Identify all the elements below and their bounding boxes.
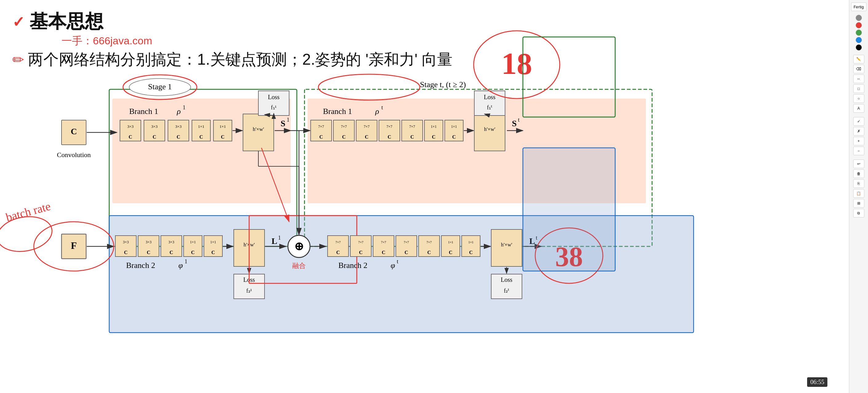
svg-text:Loss: Loss (484, 94, 496, 101)
svg-text:38: 38 (555, 242, 583, 272)
svg-text:C: C (359, 250, 363, 255)
svg-text:C: C (153, 134, 156, 140)
svg-text:S: S (512, 119, 517, 128)
minus-tool[interactable]: − (853, 147, 864, 155)
toolbar: Fertig ✏️ ⌫ ↔ □ ○ A ✓ ✗ + − ↩ 🗑 ⎘ 📋 ⊞ ⧉ (849, 0, 868, 393)
svg-text:3×3: 3×3 (127, 124, 133, 129)
svg-line-161 (261, 148, 289, 222)
svg-text:3×3: 3×3 (123, 240, 129, 244)
svg-point-156 (535, 228, 603, 283)
svg-rect-0 (109, 89, 297, 246)
svg-text:Loss: Loss (501, 276, 513, 283)
svg-text:1×1: 1×1 (190, 240, 196, 244)
svg-text:C: C (177, 134, 180, 140)
grid-button[interactable]: ⊞ (853, 199, 864, 207)
svg-text:3×3: 3×3 (168, 240, 175, 244)
svg-rect-99 (234, 274, 265, 299)
svg-text:t: t (536, 235, 537, 241)
svg-text:1: 1 (185, 258, 187, 264)
svg-text:Loss: Loss (268, 94, 280, 101)
svg-point-154 (474, 31, 560, 99)
svg-text:Branch 2: Branch 2 (126, 261, 155, 270)
svg-text:1×1: 1×1 (431, 124, 437, 129)
svg-text:Stage 1: Stage 1 (148, 82, 172, 91)
svg-text:t: t (397, 258, 398, 264)
svg-rect-85 (161, 235, 182, 257)
eraser-tool[interactable]: ⌫ (853, 65, 864, 73)
svg-text:7×7: 7×7 (341, 124, 347, 129)
svg-text:C: C (449, 250, 453, 255)
delete-button[interactable]: 🗑 (853, 169, 864, 178)
svg-rect-1 (305, 89, 652, 246)
text-tool[interactable]: A (853, 104, 864, 113)
svg-rect-107 (249, 216, 357, 283)
color-black[interactable] (856, 44, 862, 51)
undo-button[interactable]: ↩ (853, 160, 864, 168)
svg-text:1: 1 (287, 117, 289, 123)
svg-text:f₁¹: f₁¹ (271, 105, 277, 111)
color-gray[interactable] (856, 15, 862, 21)
svg-text:C: C (410, 134, 414, 140)
svg-rect-76 (62, 234, 86, 259)
check-tool[interactable]: ✓ (853, 117, 864, 126)
svg-text:1×1: 1×1 (220, 124, 226, 129)
check-icon: ✓ (12, 13, 25, 30)
svg-text:C: C (221, 134, 224, 140)
svg-rect-164 (523, 148, 615, 271)
color-green[interactable] (856, 30, 862, 36)
rect-tool[interactable]: □ (853, 84, 864, 93)
svg-rect-21 (214, 120, 232, 141)
svg-rect-117 (350, 235, 371, 257)
svg-text:C: C (169, 250, 173, 255)
svg-text:h'×w': h'×w' (501, 242, 513, 248)
svg-text:7×7: 7×7 (364, 124, 370, 129)
pen-tool[interactable]: ✏️ (853, 55, 864, 63)
svg-text:7×7: 7×7 (409, 124, 415, 129)
layers-button[interactable]: ⧉ (853, 209, 864, 218)
pencil-icon: ✏ (12, 51, 24, 68)
copy-button[interactable]: ⎘ (853, 179, 864, 188)
color-blue[interactable] (856, 37, 862, 43)
svg-rect-44 (334, 120, 354, 141)
svg-rect-126 (418, 235, 439, 257)
svg-text:C: C (342, 134, 346, 140)
svg-rect-59 (445, 120, 463, 141)
svg-text:C: C (336, 250, 340, 255)
svg-rect-114 (328, 235, 348, 257)
cross-tool[interactable]: ✗ (853, 127, 864, 136)
svg-text:φ: φ (178, 261, 183, 270)
svg-text:7×7: 7×7 (318, 124, 324, 129)
svg-rect-9 (120, 120, 141, 141)
svg-rect-68 (474, 91, 505, 115)
svg-text:batch rate: batch rate (4, 200, 52, 224)
svg-text:F: F (71, 240, 77, 251)
svg-text:⊕: ⊕ (294, 240, 304, 253)
done-button[interactable]: Fertig (851, 2, 866, 11)
color-red[interactable] (856, 22, 862, 28)
svg-text:C: C (365, 134, 369, 140)
svg-rect-163 (523, 37, 615, 117)
svg-text:C: C (388, 134, 391, 140)
circle-tool[interactable]: ○ (853, 94, 864, 103)
svg-text:7×7: 7×7 (404, 240, 409, 244)
svg-text:Branch 1: Branch 1 (323, 107, 352, 116)
svg-text:3×3: 3×3 (175, 124, 182, 129)
svg-text:1×1: 1×1 (448, 240, 453, 244)
svg-text:C: C (452, 134, 456, 140)
svg-rect-88 (184, 235, 202, 257)
subtitle: 一手：666java.com (62, 34, 152, 48)
svg-text:C: C (147, 250, 150, 255)
svg-point-153 (318, 74, 420, 100)
svg-text:7×7: 7×7 (386, 124, 393, 129)
arrow-tool[interactable]: ↔ (853, 75, 864, 83)
plus-tool[interactable]: + (853, 137, 864, 145)
svg-text:C: C (71, 127, 77, 136)
svg-text:f₂ᵗ: f₂ᵗ (504, 288, 509, 294)
svg-text:Convolution: Convolution (57, 151, 91, 159)
svg-point-38 (129, 79, 191, 96)
svg-rect-63 (474, 114, 505, 151)
svg-text:1: 1 (183, 105, 185, 111)
svg-rect-56 (425, 120, 443, 141)
paste-button[interactable]: 📋 (853, 189, 864, 198)
svg-rect-53 (402, 120, 423, 141)
